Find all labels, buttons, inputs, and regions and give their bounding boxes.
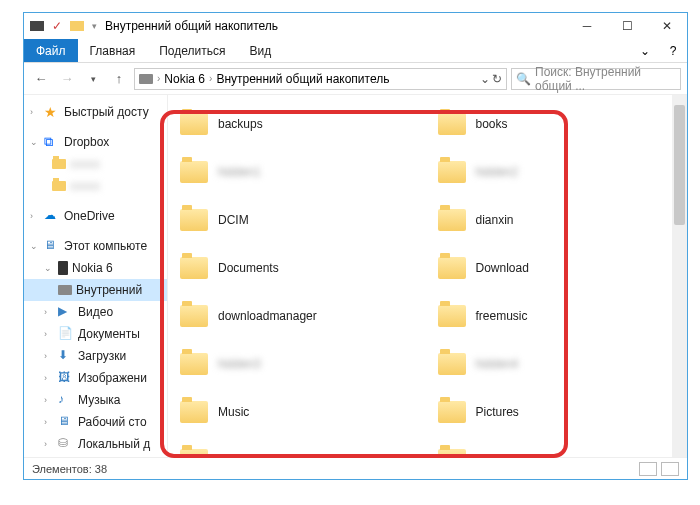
sidebar-onedrive[interactable]: ›☁OneDrive [24, 205, 167, 227]
close-button[interactable]: ✕ [647, 13, 687, 39]
folder-item[interactable]: Repost [432, 439, 682, 457]
folder-item[interactable]: Pictures [432, 391, 682, 433]
folder-icon [180, 257, 208, 279]
folder-item[interactable]: DCIM [174, 199, 424, 241]
sidebar: ›★Быстрый досту ⌄⧉Dropbox xxxxx xxxxx ›☁… [24, 95, 168, 457]
drive-icon [139, 74, 153, 84]
folder-icon [438, 113, 466, 135]
folder-item[interactable]: books [432, 103, 682, 145]
sidebar-dropbox[interactable]: ⌄⧉Dropbox [24, 131, 167, 153]
folder-item[interactable]: downloadmanager [174, 295, 424, 337]
sidebar-local-disk[interactable]: ›⛁Локальный д [24, 433, 167, 455]
search-input[interactable]: 🔍 Поиск: Внутренний общий ... [511, 68, 681, 90]
folder-icon [438, 401, 466, 423]
documents-icon: 📄 [58, 326, 74, 342]
sidebar-quick-access[interactable]: ›★Быстрый досту [24, 101, 167, 123]
help-button[interactable]: ? [659, 39, 687, 62]
folder-item[interactable]: Download [432, 247, 682, 289]
explorer-window: ✓ ▾ Внутренний общий накопитель ─ ☐ ✕ Фа… [23, 12, 688, 480]
back-button[interactable]: ← [30, 68, 52, 90]
maximize-button[interactable]: ☐ [607, 13, 647, 39]
folder-icon [180, 209, 208, 231]
sidebar-video[interactable]: ›▶Видео [24, 301, 167, 323]
folder-icon [52, 159, 66, 169]
recent-dropdown[interactable]: ▾ [82, 68, 104, 90]
phone-icon [58, 261, 68, 275]
folder-item[interactable]: hidden4 [432, 343, 682, 385]
folder-item[interactable]: hidden2 [432, 151, 682, 193]
sidebar-internal-storage[interactable]: Внутренний [24, 279, 167, 301]
folder-item[interactable]: backups [174, 103, 424, 145]
tab-share[interactable]: Поделиться [147, 39, 237, 62]
folder-item[interactable]: Music [174, 391, 424, 433]
sidebar-desktop[interactable]: ›🖥Рабочий сто [24, 411, 167, 433]
sidebar-music[interactable]: ›♪Музыка [24, 389, 167, 411]
minimize-button[interactable]: ─ [567, 13, 607, 39]
chevron-right-icon: › [157, 73, 160, 84]
sidebar-nokia[interactable]: ⌄Nokia 6 [24, 257, 167, 279]
images-icon: 🖼 [58, 370, 74, 386]
folder-icon [438, 353, 466, 375]
folder-icon [180, 305, 208, 327]
folder-icon [52, 181, 66, 191]
up-button[interactable]: ↑ [108, 68, 130, 90]
folder-icon [438, 161, 466, 183]
folder-item[interactable]: freemusic [432, 295, 682, 337]
pc-icon: 🖥 [44, 238, 60, 254]
content-area: backups books hidden1 hidden2 DCIM dianx… [168, 95, 687, 457]
address-dropdown-icon[interactable]: ⌄ [480, 72, 490, 86]
forward-button[interactable]: → [56, 68, 78, 90]
qat-folder-icon[interactable] [70, 21, 84, 31]
sidebar-downloads[interactable]: ›⬇Загрузки [24, 345, 167, 367]
item-count: Элементов: 38 [32, 463, 107, 475]
tab-file[interactable]: Файл [24, 39, 78, 62]
statusbar: Элементов: 38 [24, 457, 687, 479]
folder-icon [180, 353, 208, 375]
folder-icon [438, 449, 466, 457]
disk-icon: ⛁ [58, 436, 74, 452]
folder-item[interactable]: dianxin [432, 199, 682, 241]
folder-item[interactable]: hidden1 [174, 151, 424, 193]
sidebar-dropbox-item[interactable]: xxxxx [24, 175, 167, 197]
sidebar-documents[interactable]: ›📄Документы [24, 323, 167, 345]
titlebar: ✓ ▾ Внутренний общий накопитель ─ ☐ ✕ [24, 13, 687, 39]
tab-home[interactable]: Главная [78, 39, 148, 62]
qat-save-icon[interactable] [30, 21, 44, 31]
navbar: ← → ▾ ↑ › Nokia 6 › Внутренний общий нак… [24, 63, 687, 95]
star-icon: ★ [44, 104, 60, 120]
folder-item[interactable]: Documents [174, 247, 424, 289]
downloads-icon: ⬇ [58, 348, 74, 364]
folder-icon [438, 305, 466, 327]
video-icon: ▶ [58, 304, 74, 320]
music-icon: ♪ [58, 392, 74, 408]
dropbox-icon: ⧉ [44, 134, 60, 150]
refresh-icon[interactable]: ↻ [492, 72, 502, 86]
search-placeholder: Поиск: Внутренний общий ... [535, 65, 676, 93]
folder-item[interactable]: hidden3 [174, 343, 424, 385]
folder-icon [438, 209, 466, 231]
drive-icon [58, 285, 72, 295]
folder-icon [438, 257, 466, 279]
chevron-right-icon: › [209, 73, 212, 84]
ribbon-expand-button[interactable]: ⌄ [631, 39, 659, 62]
breadcrumb-1[interactable]: Nokia 6 [164, 72, 205, 86]
scrollbar[interactable] [672, 95, 687, 457]
view-details-button[interactable] [639, 462, 657, 476]
folder-item[interactable]: Playlists [174, 439, 424, 457]
qat-properties-icon[interactable]: ✓ [52, 19, 62, 33]
address-bar[interactable]: › Nokia 6 › Внутренний общий накопитель … [134, 68, 507, 90]
view-icons-button[interactable] [661, 462, 679, 476]
tab-view[interactable]: Вид [237, 39, 283, 62]
onedrive-icon: ☁ [44, 208, 60, 224]
breadcrumb-2[interactable]: Внутренний общий накопитель [216, 72, 389, 86]
sidebar-images[interactable]: ›🖼Изображени [24, 367, 167, 389]
folder-icon [180, 401, 208, 423]
sidebar-this-pc[interactable]: ⌄🖥Этот компьюте [24, 235, 167, 257]
sidebar-dropbox-item[interactable]: xxxxx [24, 153, 167, 175]
qat-dropdown-icon[interactable]: ▾ [92, 21, 97, 31]
desktop-icon: 🖥 [58, 414, 74, 430]
search-icon: 🔍 [516, 72, 531, 86]
window-title: Внутренний общий накопитель [105, 19, 278, 33]
ribbon-tabs: Файл Главная Поделиться Вид ⌄ ? [24, 39, 687, 63]
scrollbar-thumb[interactable] [674, 105, 685, 225]
